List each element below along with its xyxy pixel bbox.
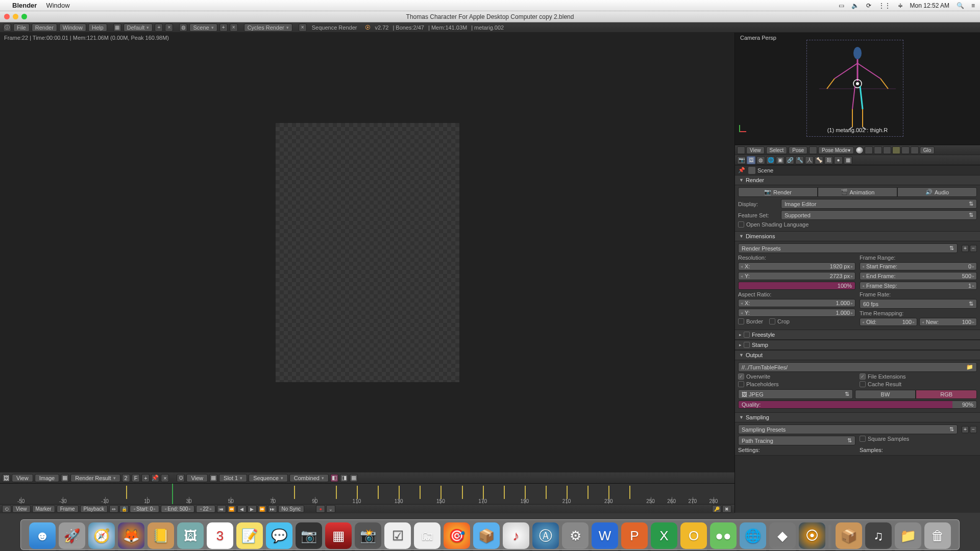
freestyle-panel-header[interactable]: ▸Freestyle <box>735 330 980 340</box>
preset-remove-icon[interactable]: − <box>970 245 977 252</box>
img-view-menu[interactable]: View <box>12 474 33 482</box>
render-button[interactable]: 📷Render <box>738 187 818 197</box>
jump-end-icon[interactable]: ⏭ <box>268 505 277 513</box>
aspect-x-field[interactable]: ◂X:1.000▸ <box>738 299 855 307</box>
dock-app6[interactable]: ◆ <box>769 522 796 549</box>
current-frame-field[interactable]: ◂22▸ <box>196 505 215 513</box>
dock-preview[interactable]: 🖼 <box>177 522 204 549</box>
frame-step-field[interactable]: ◂Frame Step:1▸ <box>860 282 977 290</box>
dock-notes[interactable]: 📝 <box>236 522 263 549</box>
scene-add-icon[interactable]: + <box>219 23 228 32</box>
prev-key-icon[interactable]: ⏪ <box>227 505 236 513</box>
editor-type-icon[interactable]: ⓘ <box>3 23 11 32</box>
dock-appstore[interactable]: Ⓐ <box>532 522 559 549</box>
snap-icon[interactable] <box>892 146 900 154</box>
image-add-icon[interactable]: + <box>141 474 150 482</box>
stamp-panel-header[interactable]: ▸Stamp <box>735 340 980 350</box>
dock-excel[interactable]: X <box>651 522 677 549</box>
tl-playback[interactable]: Playback <box>80 505 108 513</box>
layout-del-icon[interactable]: × <box>165 23 173 32</box>
pivot-icon[interactable]: ⊙ <box>177 474 185 482</box>
proportional-icon[interactable] <box>901 146 910 154</box>
clock[interactable]: Mon 12:52 AM <box>910 2 949 9</box>
layout-add-icon[interactable]: + <box>155 23 163 32</box>
scene-browse-icon[interactable]: ◍ <box>179 23 187 32</box>
dock-folder2[interactable]: 📁 <box>895 522 921 549</box>
output-path-field[interactable]: //../TurnTableFiles/📁 <box>738 362 977 372</box>
display-icon[interactable]: ▭ <box>839 2 844 9</box>
osl-checkbox[interactable]: Open Shading Language <box>738 221 808 228</box>
spotlight-icon[interactable]: 🔍 <box>957 2 964 9</box>
dock-itunes[interactable]: ♪ <box>503 522 529 549</box>
render-slot[interactable]: Slot 1 <box>219 474 247 482</box>
channel-color-icon[interactable]: ◧ <box>330 474 338 482</box>
minimize-window-button[interactable] <box>13 14 18 19</box>
square-samples-checkbox[interactable]: Square Samples <box>860 436 977 442</box>
tl-view[interactable]: View <box>12 505 31 513</box>
tab-modifiers-icon[interactable]: 🔧 <box>795 156 804 164</box>
dock-safari[interactable]: 🧭 <box>88 522 115 549</box>
start-frame-field[interactable]: ◂Start: 0▸ <box>130 505 159 513</box>
notifications-icon[interactable]: ≡ <box>971 2 975 9</box>
tab-scene-icon[interactable]: ◍ <box>756 156 765 164</box>
uv-image-editor[interactable]: Frame:22 | Time:00:00.01 | Mem:121.06M (… <box>0 33 734 472</box>
tab-bone-icon[interactable]: 🦴 <box>815 156 823 164</box>
dimensions-panel-header[interactable]: ▼Dimensions <box>735 232 980 241</box>
end-frame-field[interactable]: ◂End Frame:500▸ <box>860 272 977 280</box>
tab-constraints-icon[interactable]: 🔗 <box>786 156 794 164</box>
lock-icon[interactable]: 🔒 <box>119 505 129 513</box>
audio-button[interactable]: 🔊Audio <box>897 187 977 197</box>
menu-window[interactable]: Window <box>59 23 86 32</box>
dock-blender[interactable]: ⦿ <box>799 522 825 549</box>
mode-selector[interactable]: Pose Mode ▾ <box>818 146 854 154</box>
3d-viewport[interactable]: Camera Persp <box>735 33 980 145</box>
dock-app3[interactable]: 📦 <box>473 522 500 549</box>
pivot-icon[interactable] <box>865 146 873 154</box>
pin-icon[interactable]: 📌 <box>738 167 745 173</box>
folder-icon[interactable]: 📁 <box>966 364 973 370</box>
dock-app5[interactable]: 🌐 <box>740 522 766 549</box>
output-panel-header[interactable]: ▼Output <box>735 350 980 360</box>
play-rev-icon[interactable]: ◀ <box>237 505 247 513</box>
scene-selector[interactable]: Scene <box>189 23 217 32</box>
delete-key-icon[interactable]: ✖ <box>722 505 731 513</box>
sampling-presets-dropdown[interactable]: Sampling Presets⇅ <box>738 424 958 434</box>
dock-calendar[interactable]: 3 <box>207 522 233 549</box>
res-x-field[interactable]: ◂X:1920 px▸ <box>738 262 855 270</box>
tab-material-icon[interactable]: ● <box>834 156 843 164</box>
dock-downloads[interactable]: 📦 <box>836 522 862 549</box>
preset-add-icon[interactable]: + <box>962 245 969 252</box>
slot-browse-icon[interactable]: ▦ <box>209 474 217 482</box>
dock-firefox[interactable]: 🦊 <box>118 522 144 549</box>
dock-reminders[interactable]: ☑ <box>384 522 411 549</box>
tl-marker[interactable]: Marker <box>32 505 55 513</box>
fps-dropdown[interactable]: 60 fps⇅ <box>860 299 977 309</box>
format-dropdown[interactable]: 🖼 JPEG⇅ <box>738 389 853 399</box>
dock-outlook[interactable]: O <box>680 522 707 549</box>
image-browse-icon[interactable]: ▦ <box>61 474 69 482</box>
transform-orient-icon[interactable] <box>911 146 919 154</box>
img-image-menu[interactable]: Image <box>35 474 60 482</box>
timemachine-icon[interactable]: ⟳ <box>866 2 871 9</box>
res-percentage-slider[interactable]: 100% <box>738 282 855 290</box>
orientation[interactable]: Glo <box>920 146 935 154</box>
dock-app4[interactable]: ●● <box>710 522 737 549</box>
range-icon[interactable]: ⇔ <box>109 505 118 513</box>
cache-result-checkbox[interactable]: Cache Result <box>860 381 977 387</box>
aspect-y-field[interactable]: ◂Y:1.000▸ <box>738 309 855 317</box>
tab-data-icon[interactable]: 人 <box>805 156 814 164</box>
pass-select[interactable]: Combined <box>289 474 329 482</box>
close-window-button[interactable] <box>4 14 10 19</box>
scene-del-icon[interactable]: × <box>230 23 238 32</box>
dock-contacts[interactable]: 📒 <box>148 522 174 549</box>
tab-bone-constraint-icon[interactable]: ⛓ <box>824 156 833 164</box>
render-engine[interactable]: Cycles Render <box>244 23 292 32</box>
dock-facetime[interactable]: 📷 <box>296 522 322 549</box>
bluetooth-icon[interactable]: ≑ <box>898 2 903 9</box>
sampling-preset-remove-icon[interactable]: − <box>970 426 977 433</box>
display-dropdown[interactable]: Image Editor⇅ <box>781 199 977 209</box>
mode-icon[interactable] <box>809 146 817 154</box>
wifi-icon[interactable]: ⋮⋮ <box>878 2 891 9</box>
channel-alpha-icon[interactable]: ◨ <box>340 474 348 482</box>
overwrite-checkbox[interactable]: ✓Overwrite <box>738 373 855 380</box>
